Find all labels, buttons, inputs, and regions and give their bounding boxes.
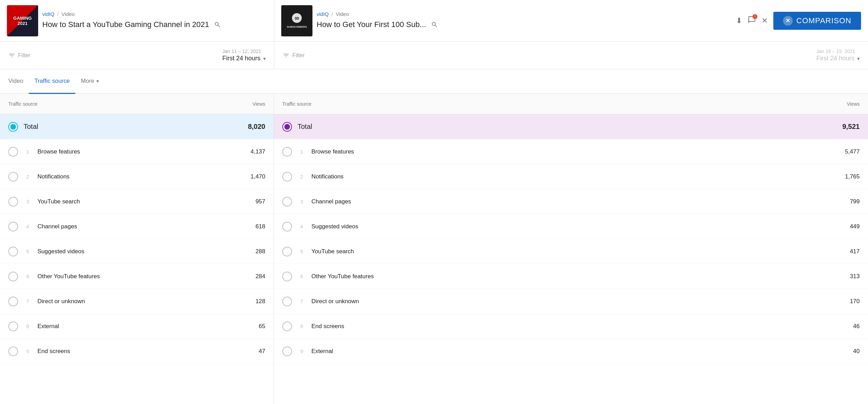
filter-icon-right: Filter <box>283 52 305 59</box>
row-num-right-3: 3 <box>298 199 306 204</box>
row-label-left-6: Other YouTube features <box>37 273 231 280</box>
search-button-left[interactable] <box>212 19 223 30</box>
table-row-right-8[interactable]: 8 End screens 46 <box>274 314 868 339</box>
notification-button[interactable]: ! <box>748 16 756 26</box>
table-row-right-1[interactable]: 1 Browse features 5,477 <box>274 139 868 164</box>
row-label-right-2: Notifications <box>311 173 825 180</box>
table-row-left-1[interactable]: 1 Browse features 4,137 <box>0 139 274 164</box>
row-views-right-1: 5,477 <box>825 148 860 155</box>
row-num-right-2: 2 <box>298 174 306 179</box>
radio-left-6[interactable] <box>8 272 18 281</box>
svg-text:00: 00 <box>295 16 299 20</box>
tab-traffic-source[interactable]: Traffic source <box>29 70 75 94</box>
search-button-right[interactable] <box>429 19 440 30</box>
table-panel-left: Traffic source Views Total 8,020 1 Brows… <box>0 94 274 404</box>
video-thumbnail-right: 00 SUBSCRIBERS <box>281 5 312 36</box>
top-bar-left: GAMING2021 vidIQ / Video How to Start a … <box>0 5 274 36</box>
radio-right-8[interactable] <box>282 322 292 331</box>
table-row-right-4[interactable]: 4 Suggested videos 449 <box>274 214 868 239</box>
table-row-right-total[interactable]: Total 9,521 <box>274 114 868 139</box>
comparison-button[interactable]: ✕ COMPARISON <box>773 12 861 30</box>
row-views-left-9: 47 <box>231 348 265 355</box>
brand-right: vidIQ <box>317 11 329 17</box>
radio-right-7[interactable] <box>282 297 292 306</box>
radio-right-1[interactable] <box>282 147 292 157</box>
comparison-label: COMPARISON <box>796 16 851 25</box>
table-row-left-total[interactable]: Total 8,020 <box>0 114 274 139</box>
row-label-left-7: Direct or unknown <box>37 298 231 305</box>
video-title-right: How to Get Your First 100 Sub... <box>317 20 426 29</box>
dropdown-arrow-left: ▾ <box>263 56 266 61</box>
radio-right-5[interactable] <box>282 247 292 256</box>
radio-left-9[interactable] <box>8 346 18 356</box>
row-num-left-3: 3 <box>24 199 32 204</box>
row-num-left-4: 4 <box>24 223 32 229</box>
table-row-left-7[interactable]: 7 Direct or unknown 128 <box>0 289 274 314</box>
tab-video[interactable]: Video <box>8 70 29 94</box>
video-title-box-right: How to Get Your First 100 Sub... <box>317 19 732 30</box>
download-button[interactable]: ⬇ <box>736 16 742 25</box>
date-range-button-left[interactable]: Jan 11 – 12, 2021 First 24 hours ▾ <box>222 49 266 62</box>
filter-left: Filter Jan 11 – 12, 2021 First 24 hours … <box>0 49 274 62</box>
table-row-left-9[interactable]: 9 End screens 47 <box>0 339 274 364</box>
more-chevron-icon: ▾ <box>96 78 99 84</box>
row-label-left-2: Notifications <box>37 173 231 180</box>
radio-right-6[interactable] <box>282 272 292 281</box>
table-panel-right: Traffic source Views Total 9,521 1 Brows… <box>274 94 868 404</box>
row-num-left-8: 8 <box>24 323 32 329</box>
table-row-right-3[interactable]: 3 Channel pages 799 <box>274 189 868 214</box>
video-title-box-left: How to Start a YouTube Gaming Channel in… <box>42 19 267 30</box>
tab-more[interactable]: More ▾ <box>75 70 104 94</box>
table-row-left-4[interactable]: 4 Channel pages 618 <box>0 214 274 239</box>
radio-right-4[interactable] <box>282 222 292 231</box>
table-row-right-7[interactable]: 7 Direct or unknown 170 <box>274 289 868 314</box>
date-range-label-left: Jan 11 – 12, 2021 <box>222 49 261 54</box>
radio-left-2[interactable] <box>8 172 18 182</box>
radio-left-total[interactable] <box>8 122 18 132</box>
table-row-right-9[interactable]: 9 External 40 <box>274 339 868 364</box>
table-row-left-2[interactable]: 2 Notifications 1,470 <box>0 164 274 189</box>
table-row-right-2[interactable]: 2 Notifications 1,765 <box>274 164 868 189</box>
table-row-left-6[interactable]: 6 Other YouTube features 284 <box>0 264 274 289</box>
th-source-right: Traffic source <box>282 101 825 107</box>
date-range-label-right: Jan 18 – 19, 2021 <box>816 49 855 54</box>
radio-right-2[interactable] <box>282 172 292 182</box>
table-row-left-3[interactable]: 3 YouTube search 957 <box>0 189 274 214</box>
row-num-left-9: 9 <box>24 348 32 354</box>
th-views-left: Views <box>231 101 265 107</box>
radio-right-3[interactable] <box>282 197 292 207</box>
radio-left-4[interactable] <box>8 222 18 231</box>
row-views-left-4: 618 <box>231 223 265 230</box>
row-views-left-2: 1,470 <box>231 173 265 180</box>
video-thumbnail-left: GAMING2021 <box>7 5 38 36</box>
table-row-right-6[interactable]: 6 Other YouTube features 313 <box>274 264 868 289</box>
row-num-left-2: 2 <box>24 174 32 179</box>
row-label-left-4: Channel pages <box>37 223 231 230</box>
table-row-right-5[interactable]: 5 YouTube search 417 <box>274 239 868 264</box>
main-content: Traffic source Views Total 8,020 1 Brows… <box>0 94 868 404</box>
radio-left-1[interactable] <box>8 147 18 157</box>
table-row-left-5[interactable]: 5 Suggested videos 288 <box>0 239 274 264</box>
row-num-right-8: 8 <box>298 323 306 329</box>
row-num-left-5: 5 <box>24 248 32 254</box>
table-row-left-8[interactable]: 8 External 65 <box>0 314 274 339</box>
radio-left-7[interactable] <box>8 297 18 306</box>
breadcrumb-left: vidIQ / Video <box>42 11 267 17</box>
radio-right-total[interactable] <box>282 122 292 132</box>
close-button[interactable]: ✕ <box>762 16 768 25</box>
row-views-left-total: 8,020 <box>231 123 265 131</box>
date-range-value-left: First 24 hours <box>222 55 260 62</box>
radio-left-8[interactable] <box>8 322 18 331</box>
date-range-button-right[interactable]: Jan 18 – 19, 2021 First 24 hours ▾ <box>816 49 860 62</box>
tabs-bar: Video Traffic source More ▾ <box>0 69 868 94</box>
row-label-right-3: Channel pages <box>311 198 825 205</box>
row-label-left-total: Total <box>24 123 38 131</box>
radio-left-3[interactable] <box>8 197 18 207</box>
row-views-right-5: 417 <box>825 248 860 255</box>
top-bar: GAMING2021 vidIQ / Video How to Start a … <box>0 0 868 42</box>
radio-right-9[interactable] <box>282 346 292 356</box>
filter-label-left: Filter <box>18 52 31 59</box>
row-label-left-1: Browse features <box>37 148 231 155</box>
top-bar-actions: ⬇ ! ✕ ✕ COMPARISON <box>736 12 861 30</box>
radio-left-5[interactable] <box>8 247 18 256</box>
